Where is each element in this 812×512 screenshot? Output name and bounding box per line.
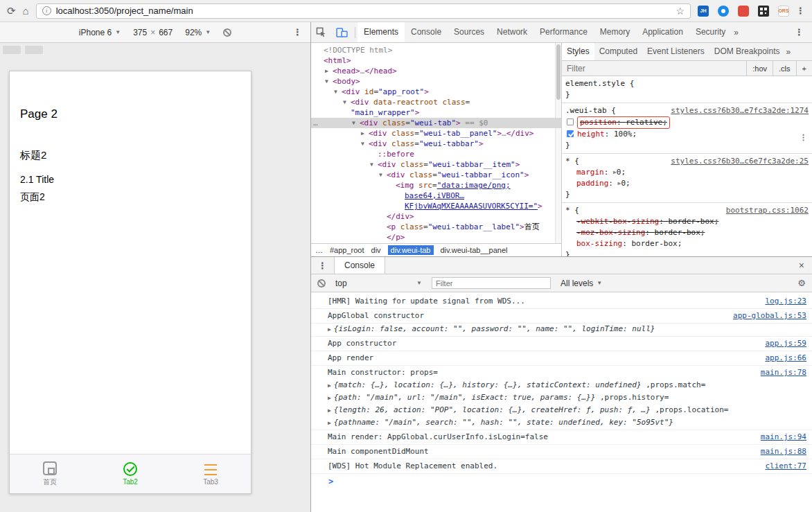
rule-menu-icon[interactable]: ⋮ <box>800 133 807 142</box>
console-source-link[interactable]: main.js:78 <box>751 368 806 378</box>
throttling-icon[interactable] <box>223 28 231 37</box>
console-source-link[interactable]: app-global.js:53 <box>723 311 806 321</box>
console-source-link[interactable]: log.js:23 <box>755 297 806 306</box>
property-toggle-checkbox[interactable] <box>567 130 574 137</box>
disclosure-triangle-icon[interactable]: ▶ <box>325 66 333 76</box>
home-icon[interactable]: ⌂ <box>23 6 29 16</box>
stylesheet-link[interactable]: styles.css?6b30…e7fc3a2de:1274 <box>665 105 809 116</box>
css-property-line[interactable]: box-sizing: border-box; <box>562 238 812 249</box>
css-property-line[interactable]: margin: ▶0; <box>562 167 812 178</box>
console-source-link[interactable]: main.js:94 <box>751 432 806 442</box>
styles-toggle-hov[interactable]: :hov <box>746 61 773 76</box>
dom-tree-row[interactable]: ▶<head>…</head> <box>311 66 561 76</box>
css-property-line[interactable]: padding: ▶0; <box>562 178 812 189</box>
disclosure-triangle-icon[interactable]: ▶ <box>361 128 369 139</box>
css-selector[interactable]: * { <box>565 156 579 167</box>
sidebar-tab-dom-breakpoints[interactable]: DOM Breakpoints <box>709 43 785 60</box>
dom-tree-row[interactable]: ▼<div data-reactroot class= <box>311 97 561 107</box>
console-settings-icon[interactable]: ⚙ <box>797 278 806 288</box>
devtools-tab-elements[interactable]: Elements <box>358 22 405 42</box>
device-select[interactable]: iPhone 6 ▼ <box>79 28 121 37</box>
breadcrumb-item[interactable]: #app_root <box>330 246 364 254</box>
sidebar-tab-styles[interactable]: Styles <box>562 43 594 60</box>
device-height-field[interactable]: 667 <box>159 28 173 37</box>
dom-tree-row[interactable]: </div> <box>311 211 561 222</box>
stylesheet-link[interactable]: styles.css?6b30…c6e7fc3a2de:25 <box>665 156 809 167</box>
devtools-tab-memory[interactable]: Memory <box>594 22 636 42</box>
app-tab-list[interactable]: Tab3 <box>170 454 251 493</box>
breadcrumb-item[interactable]: div <box>371 246 381 254</box>
extension-icon[interactable]: ORS <box>778 6 789 17</box>
console-tab[interactable]: Console <box>334 257 385 274</box>
more-tabs-icon[interactable]: » <box>786 47 791 57</box>
reload-icon[interactable]: ⟳ <box>7 6 16 16</box>
sidebar-tab-event-listeners[interactable]: Event Listeners <box>642 43 709 60</box>
dom-tree-row[interactable]: ::before <box>311 149 561 159</box>
disclosure-triangle-icon[interactable]: ▼ <box>343 97 351 107</box>
breadcrumb-item[interactable]: div.weui-tab__panel <box>441 246 508 254</box>
inspect-element-icon[interactable] <box>311 27 331 37</box>
disclosure-triangle-icon[interactable]: ▼ <box>334 87 342 97</box>
dom-tree-row[interactable]: ▼<div class="weui-tabbar__icon"> <box>311 170 561 180</box>
close-drawer-icon[interactable]: × <box>791 260 812 271</box>
disclosure-triangle-icon[interactable]: ▶ <box>328 394 331 403</box>
dom-tree-row[interactable]: …▼<div class="weui-tab"> == $0 <box>311 118 561 128</box>
log-level-select[interactable]: All levels ▼ <box>561 279 602 288</box>
dom-tree-row[interactable]: ▶<div class="weui-tab__panel">…</div> <box>311 128 561 139</box>
disclosure-triangle-icon[interactable]: ▼ <box>352 118 360 128</box>
disclosure-triangle-icon[interactable]: ▶ <box>328 325 331 335</box>
url-text[interactable]: localhost:3050/project_name/main <box>56 6 671 16</box>
devtools-menu-icon[interactable]: ⋮ <box>786 27 812 37</box>
dom-tree-row[interactable]: ▼<div id="app_root"> <box>311 87 561 97</box>
dom-tree-row[interactable]: </p> <box>311 232 561 242</box>
dom-tree-row[interactable]: <!DOCTYPE html> <box>311 45 561 55</box>
app-tab-check[interactable]: Tab2 <box>90 454 170 493</box>
dom-tree-row[interactable]: base64,iVBOR… <box>311 191 561 201</box>
css-property-line[interactable]: -webkit-box-sizing: border-box; <box>562 216 812 227</box>
clear-console-icon[interactable] <box>317 279 326 288</box>
disclosure-triangle-icon[interactable]: ▼ <box>379 170 387 180</box>
disclosure-triangle-icon[interactable]: ▼ <box>325 76 333 87</box>
styles-filter-input[interactable] <box>562 64 666 73</box>
dom-tree-row[interactable]: KFjbvWAqMXEAAAAASUVORK5CYII="> <box>311 201 561 211</box>
device-toolbar-toggle-icon[interactable] <box>331 28 353 37</box>
console-source-link[interactable]: app.js:59 <box>755 339 806 348</box>
app-tab-home[interactable]: 首页 <box>10 454 90 493</box>
breadcrumb-item[interactable]: div.weui-tab <box>388 245 434 255</box>
console-source-link[interactable]: app.js:66 <box>755 353 806 363</box>
extension-icon[interactable] <box>718 6 729 17</box>
property-toggle-checkbox[interactable] <box>567 118 574 125</box>
devtools-tab-security[interactable]: Security <box>689 22 732 42</box>
styles-toggle-cls[interactable]: .cls <box>773 61 796 76</box>
extension-icon[interactable] <box>758 6 769 17</box>
styles-toggle-add[interactable]: + <box>796 61 812 76</box>
css-selector[interactable]: element.style { <box>565 78 634 89</box>
disclosure-triangle-icon[interactable]: ▼ <box>361 139 369 149</box>
extension-icon[interactable]: JH <box>698 6 709 17</box>
devtools-tab-network[interactable]: Network <box>491 22 533 42</box>
dom-tree-row[interactable]: ▼<body> <box>311 76 561 87</box>
extension-icon[interactable] <box>738 6 749 17</box>
drawer-menu-icon[interactable]: ⋮ <box>311 261 334 271</box>
disclosure-triangle-icon[interactable]: ▶ <box>328 406 331 416</box>
dom-tree-row[interactable]: <img src="data:image/png; <box>311 180 561 191</box>
disclosure-triangle-icon[interactable]: ▶ <box>328 381 331 391</box>
stylesheet-link[interactable]: bootstrap.css:1062 <box>721 205 809 216</box>
css-property-line[interactable]: position: relative; <box>562 116 812 129</box>
console-source-link[interactable]: main.js:88 <box>751 447 806 457</box>
css-property-line[interactable]: -moz-box-sizing: border-box; <box>562 227 812 238</box>
devtools-tab-console[interactable]: Console <box>405 22 448 42</box>
css-selector[interactable]: * { <box>565 205 579 216</box>
disclosure-triangle-icon[interactable]: ▼ <box>370 159 378 170</box>
devtools-tab-performance[interactable]: Performance <box>533 22 594 42</box>
breadcrumb-item[interactable]: … <box>315 246 323 254</box>
context-select[interactable]: top ▼ <box>335 279 422 288</box>
console-prompt[interactable]: > <box>311 473 812 488</box>
sidebar-tab-computed[interactable]: Computed <box>594 43 642 60</box>
address-bar[interactable]: i localhost:3050/project_name/main ☆ <box>36 3 691 19</box>
page-info-icon[interactable]: i <box>42 6 51 15</box>
dom-tree-row[interactable]: ▼<div class="weui-tabbar"> <box>311 139 561 149</box>
devtools-tab-application[interactable]: Application <box>636 22 689 42</box>
zoom-select[interactable]: 92% ▼ <box>185 28 211 37</box>
more-tabs-icon[interactable]: » <box>734 28 739 37</box>
